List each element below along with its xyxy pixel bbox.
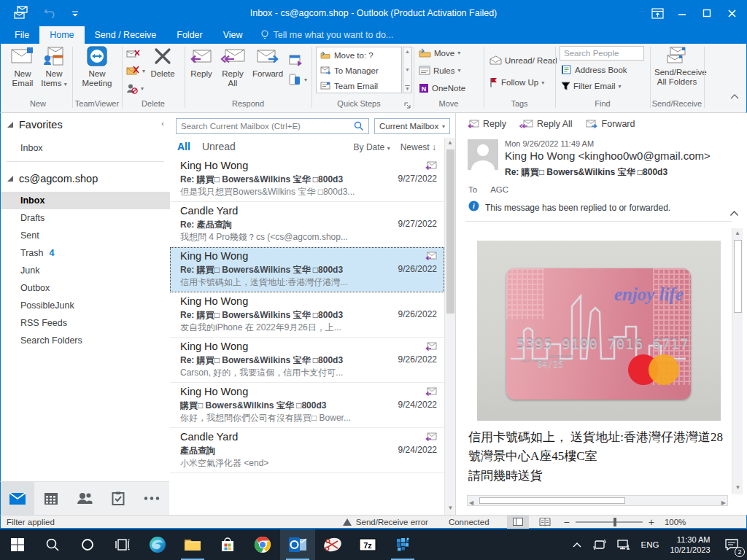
- follow-up-button[interactable]: Follow Up▾: [489, 77, 544, 88]
- forward-button[interactable]: Forward: [250, 46, 285, 79]
- taskbar-file-explorer[interactable]: [175, 529, 210, 560]
- address-book-button[interactable]: Address Book: [561, 65, 627, 74]
- quick-steps-scroll[interactable]: ▲▼▼: [403, 47, 412, 93]
- move-button[interactable]: Move▾: [419, 48, 460, 58]
- junk-button[interactable]: ▾: [126, 66, 145, 77]
- list-item[interactable]: King Ho Wong Re: 購買□ Bowers&Wilkins 宝华 □…: [170, 292, 444, 338]
- tray-language[interactable]: ENG: [636, 529, 664, 560]
- sidebar-item-trash[interactable]: Trash4: [1, 244, 170, 262]
- normal-view-button[interactable]: [507, 515, 529, 529]
- mail-list-scrollbar[interactable]: ▲ ▼: [444, 138, 455, 515]
- filter-email-button[interactable]: Filter Email▾: [561, 82, 622, 90]
- reading-pane-hscrollbar[interactable]: ◀ ▶: [467, 495, 728, 506]
- zoom-out-button[interactable]: −: [564, 516, 570, 528]
- tray-show-hidden-icons[interactable]: [566, 529, 588, 560]
- nav-calendar[interactable]: [34, 482, 68, 515]
- forward-action[interactable]: Forward: [586, 119, 635, 129]
- tray-clock[interactable]: 11:30 AM 10/21/2023: [664, 529, 716, 560]
- nav-people[interactable]: [68, 482, 101, 515]
- favorites-header[interactable]: Favorites: [7, 119, 63, 131]
- scroll-down-icon[interactable]: ▼: [445, 503, 456, 513]
- start-button[interactable]: [0, 529, 35, 560]
- scroll-left-icon[interactable]: ◀: [469, 498, 473, 508]
- block-sender-button[interactable]: ▾: [126, 83, 144, 94]
- rules-button[interactable]: Rules▾: [419, 66, 460, 75]
- reading-pane-scrollbar[interactable]: ▲ ▼: [732, 228, 743, 494]
- nav-tasks[interactable]: [101, 482, 135, 515]
- taskbar-search[interactable]: [35, 529, 70, 560]
- tab-folder[interactable]: Folder: [166, 26, 212, 44]
- taskbar-app-cube[interactable]: [385, 529, 420, 560]
- scroll-right-icon[interactable]: ▶: [721, 498, 726, 508]
- send-receive-quick-icon[interactable]: [13, 4, 29, 23]
- meeting-respond-button[interactable]: [288, 54, 303, 67]
- taskbar-7zip[interactable]: 7z: [350, 529, 385, 560]
- customize-quick-access-icon[interactable]: [71, 7, 79, 20]
- quick-step-team-email[interactable]: Team Email: [317, 78, 401, 93]
- taskbar-outlook[interactable]: [280, 529, 315, 560]
- zoom-level[interactable]: 100%: [665, 518, 686, 526]
- account-header[interactable]: cs@agcom.shop: [7, 173, 98, 184]
- scrollbar-thumb[interactable]: [446, 149, 454, 314]
- taskbar-snipping-tool[interactable]: [315, 529, 350, 560]
- collapse-header-icon[interactable]: [729, 206, 739, 219]
- collapse-ribbon-icon[interactable]: [730, 89, 739, 102]
- sidebar-item-search-folders[interactable]: Search Folders: [1, 332, 170, 349]
- sort-by-dropdown[interactable]: By Date ▾: [354, 142, 390, 152]
- tray-action-center[interactable]: 2: [716, 529, 747, 560]
- unread-read-button[interactable]: Unread/ Read: [489, 55, 557, 65]
- sidebar-item-sent[interactable]: Sent: [1, 227, 170, 244]
- new-items-button[interactable]: New Items ▾: [39, 46, 69, 89]
- recipient[interactable]: AGC: [490, 185, 508, 194]
- message-sender[interactable]: King Ho Wong <kinghoo0w0@gmail.com>: [505, 149, 738, 162]
- onenote-button[interactable]: N OneNote: [419, 83, 465, 93]
- sidebar-item-possiblejunk[interactable]: PossibleJunk: [1, 297, 170, 314]
- reply-button[interactable]: Reply: [187, 46, 215, 79]
- tab-unread[interactable]: Unread: [202, 141, 236, 152]
- tab-all[interactable]: All: [177, 141, 190, 152]
- new-meeting-button[interactable]: New Meeting: [77, 46, 117, 88]
- ignore-button[interactable]: [126, 48, 141, 59]
- ribbon-display-options-icon[interactable]: [645, 3, 670, 23]
- im-respond-button[interactable]: ▾: [288, 73, 307, 86]
- tab-home[interactable]: Home: [39, 26, 84, 44]
- search-mailbox-input[interactable]: [176, 118, 369, 134]
- tab-view[interactable]: View: [213, 26, 253, 44]
- list-item[interactable]: King Ho Wong Re: 購買□ Bowers&Wilkins 宝华 □…: [170, 157, 444, 202]
- list-item[interactable]: Candle Yard 產品查詢 9/24/2022 小米空氣淨化器 <end>: [170, 428, 444, 473]
- reading-view-button[interactable]: [539, 518, 551, 526]
- sidebar-item-junk[interactable]: Junk: [1, 262, 170, 279]
- scroll-down-icon[interactable]: ▼: [732, 483, 743, 493]
- send-receive-error-status[interactable]: Send/Receive error: [343, 518, 428, 526]
- tab-file[interactable]: File: [4, 26, 39, 44]
- tray-tablet-mode[interactable]: [588, 529, 611, 560]
- zoom-slider-thumb[interactable]: [614, 518, 616, 526]
- nav-more-options[interactable]: [135, 482, 169, 515]
- task-view-button[interactable]: [105, 529, 140, 560]
- taskbar-store[interactable]: [210, 529, 245, 560]
- search-icon[interactable]: [354, 121, 364, 134]
- search-people-input[interactable]: [560, 46, 644, 61]
- taskbar-chrome[interactable]: [245, 529, 280, 560]
- sidebar-item-inbox[interactable]: Inbox: [1, 192, 170, 209]
- scroll-up-icon[interactable]: ▲: [732, 228, 743, 238]
- close-button[interactable]: [719, 3, 744, 23]
- scrollbar-thumb[interactable]: [479, 497, 625, 504]
- list-item[interactable]: King Ho Wong 購買□ Bowers&Wilkins 宝华 □800d…: [170, 383, 444, 428]
- taskbar-cortana[interactable]: [70, 529, 105, 560]
- undo-icon[interactable]: [44, 7, 57, 21]
- delete-button[interactable]: Delete: [145, 46, 180, 79]
- maximize-button[interactable]: [694, 3, 719, 23]
- sidebar-item-rss-feeds[interactable]: RSS Feeds: [1, 314, 170, 332]
- list-item[interactable]: King Ho Wong Re: 購買□ Bowers&Wilkins 宝华 □…: [170, 338, 444, 383]
- minimize-folder-pane-icon[interactable]: ‹: [161, 119, 164, 128]
- quick-step-to-manager[interactable]: To Manager: [317, 63, 401, 78]
- taskbar-edge[interactable]: [140, 529, 175, 560]
- list-item[interactable]: Candle Yard Re: 產品查詢 9/27/2022 我想問 4 Pro…: [170, 202, 444, 247]
- tray-network[interactable]: [611, 529, 636, 560]
- list-item-selected[interactable]: King Ho Wong Re: 購買□ Bowers&Wilkins 宝华 □…: [170, 247, 444, 292]
- sidebar-item-favorites-inbox[interactable]: Inbox: [1, 139, 170, 157]
- credit-card-photo[interactable]: enjoy life 5395 9100 7016 6717 MONTH/YEA…: [477, 241, 721, 421]
- tab-send-receive[interactable]: Send / Receive: [85, 26, 167, 44]
- sidebar-item-drafts[interactable]: Drafts: [1, 209, 170, 227]
